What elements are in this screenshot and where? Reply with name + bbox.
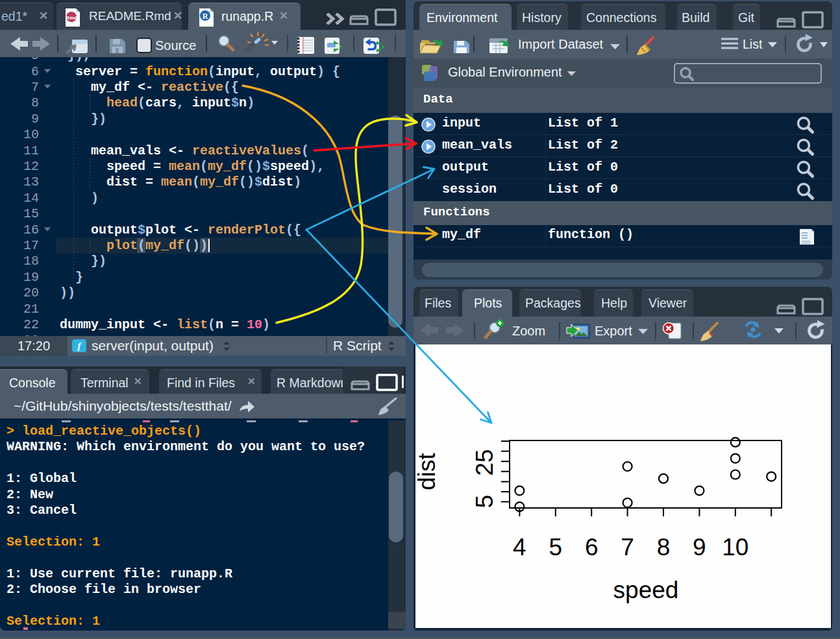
svg-text:9: 9: [693, 534, 706, 561]
svg-text:8: 8: [657, 534, 671, 561]
svg-text:6: 6: [585, 534, 599, 561]
svg-text:Export: Export: [595, 324, 632, 338]
svg-text:Zoom: Zoom: [512, 324, 545, 338]
svg-text:speed: speed: [613, 577, 679, 603]
svg-text:5: 5: [471, 495, 498, 509]
svg-text:Rmd: Rmd: [66, 15, 77, 21]
svg-text:7: 7: [621, 534, 634, 561]
svg-text:dist: dist: [414, 452, 440, 490]
svg-text:Source: Source: [155, 38, 196, 53]
svg-text:Import Dataset: Import Dataset: [518, 37, 604, 51]
svg-text:10: 10: [722, 534, 748, 561]
svg-text:5: 5: [549, 534, 563, 561]
svg-text:4: 4: [513, 534, 526, 561]
svg-text:25: 25: [471, 449, 498, 476]
svg-text:R: R: [203, 12, 208, 21]
svg-text:List: List: [743, 37, 763, 51]
